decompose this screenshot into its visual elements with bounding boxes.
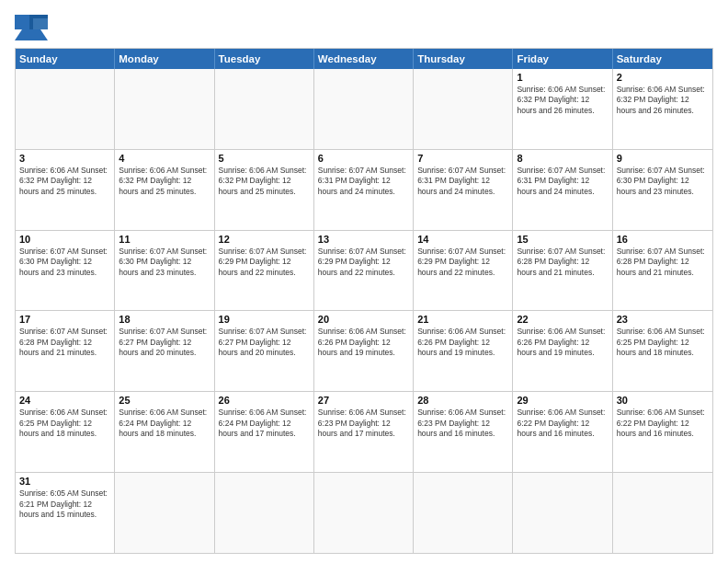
day-info: Sunrise: 6:06 AM Sunset: 6:25 PM Dayligh… [617,327,709,358]
day-number: 24 [19,395,110,406]
day-info: Sunrise: 6:07 AM Sunset: 6:29 PM Dayligh… [417,247,508,278]
day-number: 12 [219,234,310,245]
calendar-cell: 31Sunrise: 6:05 AM Sunset: 6:21 PM Dayli… [16,473,115,553]
calendar-cell: 23Sunrise: 6:06 AM Sunset: 6:25 PM Dayli… [613,311,712,391]
header-tuesday: Tuesday [215,49,314,69]
page: SundayMondayTuesdayWednesdayThursdayFrid… [0,0,728,563]
calendar-row-4: 24Sunrise: 6:06 AM Sunset: 6:25 PM Dayli… [16,391,712,472]
header-thursday: Thursday [414,49,513,69]
day-info: Sunrise: 6:07 AM Sunset: 6:31 PM Dayligh… [318,166,409,197]
header-wednesday: Wednesday [314,49,414,69]
day-info: Sunrise: 6:07 AM Sunset: 6:27 PM Dayligh… [219,327,310,358]
day-number: 10 [19,234,110,245]
day-number: 15 [517,234,608,245]
day-number: 5 [219,153,310,164]
calendar-cell [215,69,314,149]
day-info: Sunrise: 6:06 AM Sunset: 6:23 PM Dayligh… [318,408,409,439]
calendar-cell [16,69,115,149]
calendar-cell: 28Sunrise: 6:06 AM Sunset: 6:23 PM Dayli… [414,392,513,472]
svg-marker-2 [15,29,48,40]
day-number: 1 [517,72,608,83]
day-number: 9 [617,153,709,164]
calendar-cell: 22Sunrise: 6:06 AM Sunset: 6:26 PM Dayli… [513,311,612,391]
day-number: 4 [119,153,210,164]
day-number: 30 [617,395,709,406]
day-number: 25 [119,395,210,406]
day-info: Sunrise: 6:05 AM Sunset: 6:21 PM Dayligh… [19,488,110,520]
day-info: Sunrise: 6:07 AM Sunset: 6:28 PM Dayligh… [19,327,110,358]
day-info: Sunrise: 6:06 AM Sunset: 6:24 PM Dayligh… [119,408,210,439]
day-number: 11 [119,234,210,245]
day-info: Sunrise: 6:06 AM Sunset: 6:26 PM Dayligh… [318,327,409,358]
day-number: 26 [219,395,310,406]
day-info: Sunrise: 6:07 AM Sunset: 6:28 PM Dayligh… [517,247,608,278]
day-info: Sunrise: 6:06 AM Sunset: 6:32 PM Dayligh… [517,85,608,116]
svg-rect-0 [15,15,29,29]
calendar-cell: 1Sunrise: 6:06 AM Sunset: 6:32 PM Daylig… [513,69,612,149]
calendar-row-3: 17Sunrise: 6:07 AM Sunset: 6:28 PM Dayli… [16,310,712,391]
calendar-cell [314,473,414,553]
calendar-cell [115,69,214,149]
calendar-cell: 29Sunrise: 6:06 AM Sunset: 6:22 PM Dayli… [513,392,612,472]
calendar-cell: 25Sunrise: 6:06 AM Sunset: 6:24 PM Dayli… [115,392,214,472]
calendar-cell [115,473,214,553]
day-info: Sunrise: 6:07 AM Sunset: 6:27 PM Dayligh… [119,327,210,358]
calendar-cell: 14Sunrise: 6:07 AM Sunset: 6:29 PM Dayli… [414,231,513,311]
day-info: Sunrise: 6:07 AM Sunset: 6:28 PM Dayligh… [617,247,709,278]
day-info: Sunrise: 6:06 AM Sunset: 6:32 PM Dayligh… [219,166,310,197]
calendar-cell: 17Sunrise: 6:07 AM Sunset: 6:28 PM Dayli… [16,311,115,391]
calendar-cell [414,473,513,553]
calendar-cell: 2Sunrise: 6:06 AM Sunset: 6:32 PM Daylig… [613,69,712,149]
calendar-cell: 30Sunrise: 6:06 AM Sunset: 6:22 PM Dayli… [613,392,712,472]
calendar-cell: 3Sunrise: 6:06 AM Sunset: 6:32 PM Daylig… [16,150,115,230]
calendar-cell: 11Sunrise: 6:07 AM Sunset: 6:30 PM Dayli… [115,231,214,311]
calendar-cell: 5Sunrise: 6:06 AM Sunset: 6:32 PM Daylig… [215,150,314,230]
calendar-cell: 7Sunrise: 6:07 AM Sunset: 6:31 PM Daylig… [414,150,513,230]
logo-icon [15,15,48,40]
calendar-cell: 13Sunrise: 6:07 AM Sunset: 6:29 PM Dayli… [314,231,414,311]
logo [15,15,51,40]
day-number: 8 [517,153,608,164]
day-number: 18 [119,314,210,325]
day-info: Sunrise: 6:06 AM Sunset: 6:23 PM Dayligh… [417,408,508,439]
day-info: Sunrise: 6:07 AM Sunset: 6:30 PM Dayligh… [19,247,110,278]
day-info: Sunrise: 6:06 AM Sunset: 6:26 PM Dayligh… [417,327,508,358]
day-number: 16 [617,234,709,245]
day-number: 20 [318,314,409,325]
calendar-cell: 24Sunrise: 6:06 AM Sunset: 6:25 PM Dayli… [16,392,115,472]
day-number: 27 [318,395,409,406]
svg-marker-3 [33,18,48,29]
day-number: 22 [517,314,608,325]
day-number: 28 [417,395,508,406]
day-info: Sunrise: 6:07 AM Sunset: 6:30 PM Dayligh… [617,166,709,197]
day-number: 21 [417,314,508,325]
calendar-row-1: 3Sunrise: 6:06 AM Sunset: 6:32 PM Daylig… [16,149,712,230]
header-sunday: Sunday [16,49,115,69]
calendar-cell: 16Sunrise: 6:07 AM Sunset: 6:28 PM Dayli… [613,231,712,311]
calendar: SundayMondayTuesdayWednesdayThursdayFrid… [15,48,713,554]
calendar-cell: 12Sunrise: 6:07 AM Sunset: 6:29 PM Dayli… [215,231,314,311]
calendar-cell: 20Sunrise: 6:06 AM Sunset: 6:26 PM Dayli… [314,311,414,391]
calendar-row-5: 31Sunrise: 6:05 AM Sunset: 6:21 PM Dayli… [16,472,712,553]
calendar-cell: 6Sunrise: 6:07 AM Sunset: 6:31 PM Daylig… [314,150,414,230]
day-number: 2 [617,72,709,83]
day-info: Sunrise: 6:07 AM Sunset: 6:31 PM Dayligh… [517,166,608,197]
day-info: Sunrise: 6:07 AM Sunset: 6:29 PM Dayligh… [318,247,409,278]
calendar-cell: 19Sunrise: 6:07 AM Sunset: 6:27 PM Dayli… [215,311,314,391]
day-info: Sunrise: 6:06 AM Sunset: 6:32 PM Dayligh… [119,166,210,197]
calendar-body: 1Sunrise: 6:06 AM Sunset: 6:32 PM Daylig… [16,69,712,553]
calendar-cell [215,473,314,553]
day-number: 7 [417,153,508,164]
day-info: Sunrise: 6:07 AM Sunset: 6:29 PM Dayligh… [219,247,310,278]
calendar-cell: 21Sunrise: 6:06 AM Sunset: 6:26 PM Dayli… [414,311,513,391]
calendar-cell: 10Sunrise: 6:07 AM Sunset: 6:30 PM Dayli… [16,231,115,311]
calendar-header: SundayMondayTuesdayWednesdayThursdayFrid… [16,49,712,69]
day-number: 17 [19,314,110,325]
calendar-cell [613,473,712,553]
day-info: Sunrise: 6:06 AM Sunset: 6:26 PM Dayligh… [517,327,608,358]
calendar-cell [414,69,513,149]
header-monday: Monday [115,49,214,69]
day-info: Sunrise: 6:07 AM Sunset: 6:30 PM Dayligh… [119,247,210,278]
calendar-cell: 15Sunrise: 6:07 AM Sunset: 6:28 PM Dayli… [513,231,612,311]
day-number: 13 [318,234,409,245]
